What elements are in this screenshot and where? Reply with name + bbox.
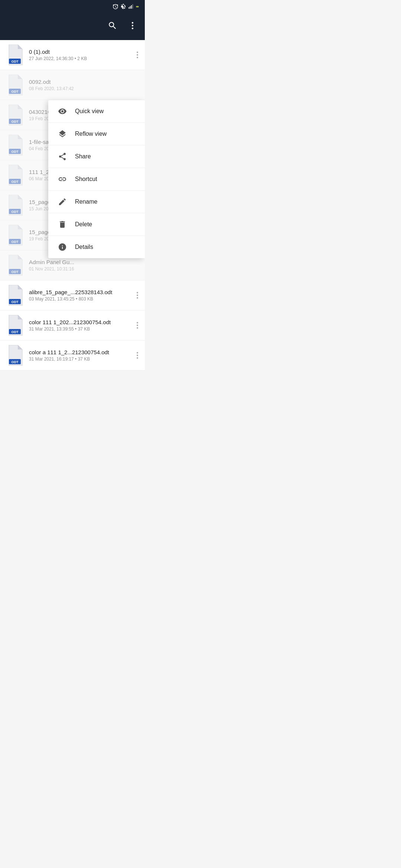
- file-meta: 03 May 2021, 13:45:25 • 803 KB: [29, 296, 133, 302]
- file-item[interactable]: ODT color a 111 1_2...212300754.odt 31 M…: [0, 341, 145, 371]
- header-icons: [106, 19, 139, 32]
- menu-item-shortcut[interactable]: Shortcut: [48, 168, 145, 191]
- menu-label: Reflow view: [75, 131, 107, 137]
- svg-text:ODT: ODT: [12, 330, 19, 334]
- menu-label: Share: [75, 153, 91, 160]
- svg-text:ODT: ODT: [12, 210, 19, 214]
- file-icon: ODT: [6, 135, 24, 155]
- file-item[interactable]: ODT 0 (1).odt 27 Jun 2022, 14:36:30 • 2 …: [0, 40, 145, 70]
- file-info: color a 111 1_2...212300754.odt 31 Mar 2…: [29, 349, 133, 362]
- menu-label: Quick view: [75, 108, 104, 115]
- svg-text:ODT: ODT: [12, 180, 19, 184]
- svg-text:ODT: ODT: [12, 240, 19, 244]
- layers-icon: [57, 129, 68, 139]
- share-icon: [57, 151, 68, 162]
- file-icon: ODT: [6, 195, 24, 216]
- menu-item-delete[interactable]: Delete: [48, 213, 145, 236]
- svg-text:ODT: ODT: [12, 90, 19, 93]
- more-options-button[interactable]: [126, 19, 139, 32]
- file-more-button[interactable]: [136, 351, 139, 360]
- svg-text:ODT: ODT: [12, 300, 19, 304]
- file-name: 0 (1).odt: [29, 49, 133, 55]
- file-more-button[interactable]: [136, 290, 139, 300]
- svg-rect-3: [132, 4, 133, 9]
- status-bar: [0, 0, 145, 13]
- file-more-button[interactable]: [136, 50, 139, 60]
- svg-point-6: [132, 27, 133, 29]
- svg-rect-1: [130, 6, 131, 9]
- menu-item-reflow-view[interactable]: Reflow view: [48, 123, 145, 145]
- file-more-button[interactable]: [136, 320, 139, 330]
- menu-item-rename[interactable]: Rename: [48, 191, 145, 213]
- trash-icon: [57, 219, 68, 230]
- info-icon: [57, 242, 68, 252]
- search-icon: [108, 21, 117, 30]
- file-icon: ODT: [6, 225, 24, 246]
- menu-label: Shortcut: [75, 176, 97, 183]
- file-name: color a 111 1_2...212300754.odt: [29, 349, 133, 355]
- svg-rect-2: [131, 5, 132, 9]
- file-icon: ODT: [6, 315, 24, 336]
- file-icon: ODT: [6, 105, 24, 125]
- silent-icon: [120, 4, 126, 10]
- search-button[interactable]: [106, 19, 119, 32]
- menu-label: Rename: [75, 198, 97, 205]
- file-name: alibre_15_page_...225328143.odt: [29, 289, 133, 295]
- svg-text:ODT: ODT: [12, 360, 19, 364]
- svg-point-4: [132, 22, 133, 23]
- menu-item-share[interactable]: Share: [48, 145, 145, 168]
- eye-icon: [57, 106, 68, 116]
- svg-text:ODT: ODT: [12, 150, 19, 154]
- menu-item-details[interactable]: Details: [48, 236, 145, 258]
- file-item[interactable]: ODT 0092.odt 08 Feb 2020, 13:47:42: [0, 70, 145, 100]
- file-item[interactable]: ODT alibre_15_page_...225328143.odt 03 M…: [0, 280, 145, 310]
- link-icon: [57, 174, 68, 184]
- svg-text:ODT: ODT: [12, 270, 19, 274]
- battery-icon: [136, 6, 139, 7]
- header: [0, 13, 145, 40]
- more-vert-icon: [128, 21, 137, 30]
- pencil-icon: [57, 197, 68, 207]
- file-name: 0092.odt: [29, 79, 139, 85]
- alarm-icon: [113, 4, 118, 10]
- menu-item-quick-view[interactable]: Quick view: [48, 100, 145, 123]
- svg-text:ODT: ODT: [12, 60, 19, 63]
- file-info: alibre_15_page_...225328143.odt 03 May 2…: [29, 289, 133, 302]
- signal-icon: [128, 4, 134, 10]
- file-info: color 111 1_202...212300754.odt 31 Mar 2…: [29, 319, 133, 332]
- svg-text:ODT: ODT: [12, 120, 19, 124]
- svg-rect-0: [128, 7, 129, 9]
- menu-label: Delete: [75, 221, 92, 228]
- status-icons: [113, 4, 139, 10]
- file-info: Admin Panel Gu... 01 Nov 2021, 10:31:16: [29, 259, 139, 272]
- file-icon: ODT: [6, 75, 24, 95]
- file-meta: 08 Feb 2020, 13:47:42: [29, 86, 139, 91]
- context-menu[interactable]: Quick view Reflow view Share Shortcut Re…: [48, 100, 145, 258]
- file-meta: 31 Mar 2021, 16:19:17 • 37 KB: [29, 356, 133, 362]
- file-icon: ODT: [6, 285, 24, 306]
- file-info: 0092.odt 08 Feb 2020, 13:47:42: [29, 79, 139, 91]
- file-name: Admin Panel Gu...: [29, 259, 139, 265]
- file-meta: 31 Mar 2021, 13:39:55 • 37 KB: [29, 326, 133, 332]
- file-icon: ODT: [6, 345, 24, 366]
- file-info: 0 (1).odt 27 Jun 2022, 14:36:30 • 2 KB: [29, 49, 133, 61]
- file-meta: 01 Nov 2021, 10:31:16: [29, 266, 139, 272]
- file-icon: ODT: [6, 165, 24, 185]
- svg-point-5: [132, 25, 133, 26]
- file-meta: 27 Jun 2022, 14:36:30 • 2 KB: [29, 56, 133, 61]
- file-icon: ODT: [6, 255, 24, 276]
- file-name: color 111 1_202...212300754.odt: [29, 319, 133, 325]
- menu-label: Details: [75, 244, 93, 250]
- file-item[interactable]: ODT color 111 1_202...212300754.odt 31 M…: [0, 310, 145, 341]
- file-icon: ODT: [6, 45, 24, 65]
